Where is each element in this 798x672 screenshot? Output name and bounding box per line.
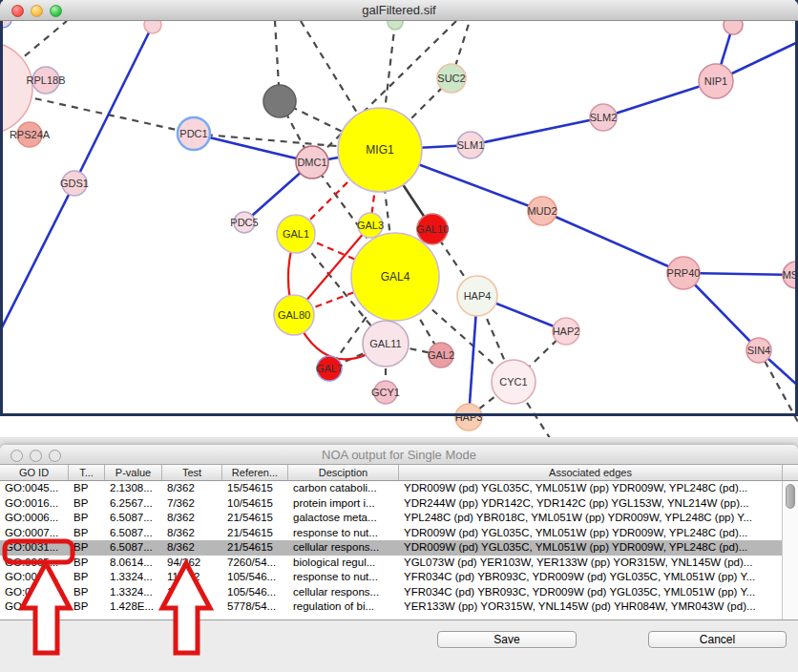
table-cell: protein import i... [288, 496, 399, 512]
table-row[interactable]: GO:0016...BP6.2567...7/36210/54615protei… [0, 496, 782, 512]
table-cell: 2.1308... [105, 481, 162, 496]
table-cell: 21/54615 [222, 540, 288, 556]
table-cell: 11/362 [162, 570, 222, 585]
table-cell: 105/546... [222, 585, 288, 600]
save-button[interactable]: Save [437, 631, 577, 648]
node-gal11[interactable]: GAL11 [363, 321, 409, 367]
table-cell: 11/362 [162, 585, 222, 600]
table-cell: regulation of bi... [288, 599, 399, 615]
svg-text:PDC1: PDC1 [179, 128, 207, 139]
node-gal4[interactable]: GAL4 [351, 233, 439, 321]
column-header-go-id[interactable]: GO ID [0, 465, 69, 480]
node-slm2[interactable]: SLM2 [590, 104, 618, 131]
table-row[interactable]: GO:0050...BP1.428E...80/3625778/54...reg… [0, 599, 782, 615]
table-row[interactable]: GO:0006...BP6.5087...8/36221/54615galact… [0, 511, 782, 526]
table-cell: YGL073W (pd) YER103W, YER133W (pp) YOR31… [399, 556, 782, 571]
node-gal7[interactable]: GAL7 [316, 356, 343, 381]
table-cell: 8/362 [162, 526, 222, 541]
svg-text:GAL10: GAL10 [416, 223, 449, 235]
network-edge-blue [194, 134, 312, 162]
svg-text:HAP4: HAP4 [464, 290, 492, 302]
table-cell: GO:0006... [0, 511, 69, 526]
noa-window: NOA output for Single Mode GO IDT...P-va… [0, 445, 798, 672]
svg-text:GAL4: GAL4 [381, 270, 410, 284]
column-header-test[interactable]: Test [162, 465, 222, 480]
node-unlabeled[interactable] [388, 21, 403, 30]
table-cell: response to nut... [288, 570, 399, 585]
node-mud2[interactable]: MUD2 [527, 197, 556, 225]
node-gal2[interactable]: GAL2 [428, 343, 454, 368]
table-cell: galactose meta... [288, 511, 399, 526]
table-cell: 6.5087... [105, 540, 162, 556]
node-unlabeled[interactable] [0, 42, 32, 134]
node-slm1[interactable]: SLM1 [457, 132, 485, 158]
node-pdc1[interactable]: PDC1 [178, 117, 210, 150]
table-row[interactable]: GO:0007...BP6.5087...8/36221/54615respon… [0, 526, 782, 541]
node-unlabeled[interactable] [144, 21, 161, 33]
table-row[interactable]: GO:0065...BP8.0614...94/3627260/54...bio… [0, 556, 782, 571]
results-table: GO:0045...BP2.1308...8/36215/54615carbon… [0, 481, 782, 620]
table-row[interactable]: GO:0031...BP6.5087...8/36221/54615cellul… [0, 540, 782, 556]
column-header-associated-edges[interactable]: Associated edges [399, 465, 783, 480]
table-cell: 21/54615 [222, 526, 288, 541]
table-cell: 15/54615 [222, 481, 288, 496]
node-nip1[interactable]: NIP1 [699, 64, 733, 98]
svg-text:GAL11: GAL11 [369, 338, 401, 349]
node-hap2[interactable]: HAP2 [553, 318, 580, 345]
network-edge-blue [542, 211, 683, 273]
node-rps24a[interactable]: RPS24A [10, 122, 51, 147]
network-canvas[interactable]: RPL18BRPS24AGDS1PDC1DMC1MIG1PDC5GAL1GAL3… [0, 21, 798, 437]
svg-text:DMC1: DMC1 [297, 157, 326, 168]
table-cell: BP [69, 556, 105, 571]
table-row[interactable]: GO:0031...BP1.3324...11/362105/546...res… [0, 570, 782, 585]
scrollbar-thumb[interactable] [786, 484, 795, 509]
node-gal1[interactable]: GAL1 [277, 215, 315, 253]
node-sin4[interactable]: SIN4 [746, 338, 771, 363]
node-msl1[interactable]: MSL1 [783, 262, 798, 288]
table-cell: 8.0614... [105, 556, 162, 571]
svg-text:MUD2: MUD2 [527, 205, 556, 217]
svg-text:GAL3: GAL3 [357, 220, 384, 231]
node-gal10[interactable]: GAL10 [416, 214, 449, 244]
column-header-referen[interactable]: Referen... [222, 465, 288, 480]
table-cell: biological regul... [288, 556, 399, 571]
network-svg: RPL18BRPS24AGDS1PDC1DMC1MIG1PDC5GAL1GAL3… [0, 21, 798, 437]
column-header-desciption[interactable]: Desciption [288, 465, 399, 480]
node-gal80[interactable]: GAL80 [274, 295, 314, 335]
node-gcy1[interactable]: GCY1 [371, 381, 400, 404]
node-unlabeled[interactable] [0, 21, 11, 28]
table-cell: YER133W (pp) YOR315W, YNL145W (pd) YHR08… [399, 599, 782, 615]
column-header-t[interactable]: T... [69, 465, 105, 480]
table-cell: 1.428E... [105, 599, 162, 615]
node-unlabeled[interactable] [724, 21, 743, 34]
vertical-scrollbar[interactable] [782, 481, 798, 620]
table-cell: 6.2567... [105, 496, 162, 512]
svg-text:GAL1: GAL1 [283, 228, 309, 240]
table-cell: YDR009W (pd) YGL035C, YML051W (pp) YDR00… [399, 526, 782, 541]
table-cell: YPL248C (pd) YBR018C, YML051W (pp) YDR00… [399, 511, 782, 526]
node-suc2[interactable]: SUC2 [437, 64, 466, 93]
table-cell: GO:0007... [0, 526, 69, 541]
table-cell: BP [69, 570, 105, 585]
node-unlabeled[interactable] [263, 85, 296, 117]
node-gds1[interactable]: GDS1 [60, 171, 89, 196]
node-gal3[interactable]: GAL3 [357, 213, 384, 238]
table-row[interactable]: GO:0031...BP1.3324...11/362105/546...cel… [0, 585, 782, 600]
noa-titlebar: NOA output for Single Mode [0, 445, 798, 465]
table-cell: 1.3324... [105, 570, 162, 585]
cancel-button[interactable]: Cancel [648, 631, 787, 648]
table-cell: 105/546... [222, 570, 288, 585]
column-header-p-value[interactable]: P-value [105, 465, 162, 480]
node-mig1[interactable]: MIG1 [338, 108, 422, 192]
node-cyc1[interactable]: CYC1 [492, 360, 536, 404]
node-hap3[interactable]: HAP3 [455, 404, 483, 430]
node-prp40[interactable]: PRP40 [667, 257, 701, 289]
table-cell: response to nut... [288, 526, 399, 541]
table-cell: GO:0031... [0, 585, 69, 600]
table-cell: 6.5087... [105, 526, 162, 541]
table-cell: GO:0031... [0, 570, 69, 585]
table-row[interactable]: GO:0045...BP2.1308...8/36215/54615carbon… [0, 481, 782, 496]
node-dmc1[interactable]: DMC1 [296, 146, 328, 178]
table-cell: carbon cataboli... [288, 481, 399, 496]
node-hap4[interactable]: HAP4 [457, 276, 497, 316]
